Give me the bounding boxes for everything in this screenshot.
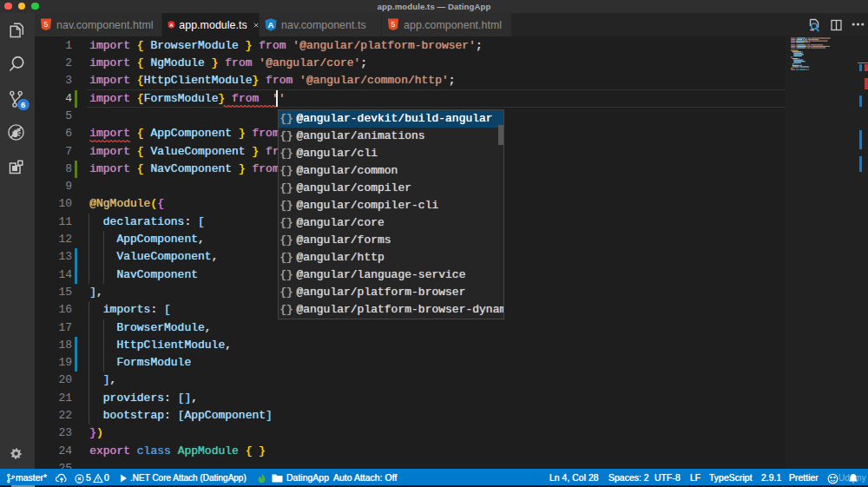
svg-text:5: 5	[44, 20, 49, 29]
svg-text:A: A	[169, 23, 174, 28]
svg-text:A: A	[267, 20, 273, 30]
svg-text:5: 5	[391, 20, 396, 29]
